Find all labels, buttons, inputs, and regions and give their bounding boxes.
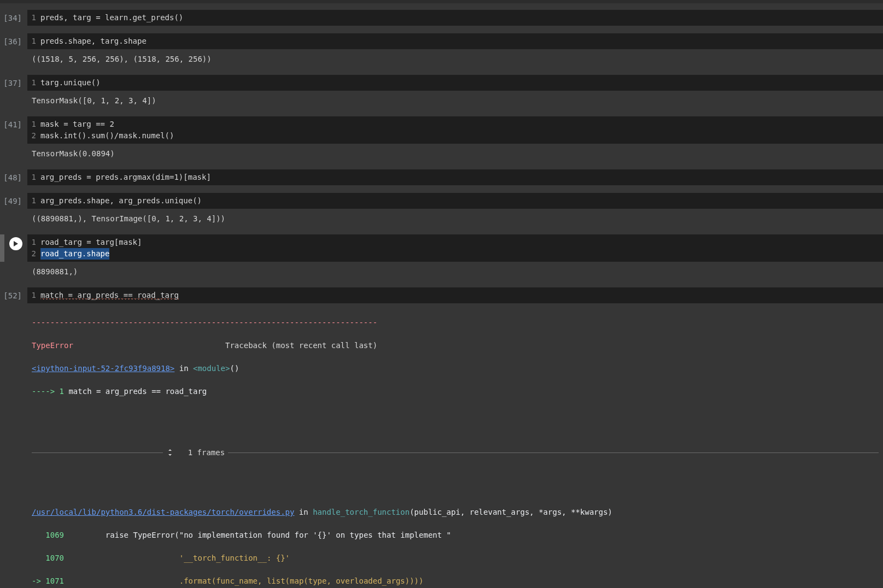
prompt-49: [49]	[0, 193, 27, 207]
run-cell-button[interactable]	[9, 237, 22, 250]
line-number: 2	[27, 130, 40, 142]
squiggle-warning: match = arg_preds == road_targ	[40, 291, 179, 300]
code-text: preds.shape, targ.shape	[40, 36, 147, 47]
ipython-input-link[interactable]: <ipython-input-52-2fc93f9a8918>	[32, 364, 174, 373]
cell-output: ((1518, 5, 256, 256), (1518, 256, 256))	[27, 49, 883, 67]
tb-code: match = arg_preds == road_targ	[68, 387, 207, 396]
play-icon	[13, 241, 19, 246]
tb-lineno: 1069	[32, 531, 64, 539]
line-number: 1	[27, 36, 40, 47]
cell-37: [37] 1targ.unique() TensorMask([0, 1, 2,…	[0, 75, 883, 109]
cell-48: [48] 1arg_preds = preds.argmax(dim=1)[ma…	[0, 169, 883, 185]
unfold-icon	[166, 449, 174, 456]
code-editor[interactable]: 1match = arg_preds == road_targ	[27, 287, 883, 303]
tb-src: '__torch_function__: {}'	[64, 554, 290, 562]
prompt-34: [34]	[0, 10, 27, 24]
tb-arrow: ----> 1	[32, 387, 68, 396]
tb-lineno: 1070	[32, 554, 64, 562]
line-number: 2	[27, 248, 40, 260]
cell-output: (8890881,)	[27, 262, 883, 280]
cell-34: [34] 1preds, targ = learn.get_preds()	[0, 10, 883, 26]
prompt-36: [36]	[0, 33, 27, 48]
line-number: 1	[27, 290, 40, 301]
code-editor[interactable]: 1arg_preds.shape, arg_preds.unique()	[27, 193, 883, 209]
traceback-divider: ----------------------------------------…	[32, 318, 377, 327]
parens: ()	[230, 364, 239, 373]
error-output: ----------------------------------------…	[27, 303, 883, 588]
tb-src: .format(func_name, list(map(type, overlo…	[64, 577, 423, 585]
line-number: 1	[27, 195, 40, 207]
code-editor[interactable]: 1arg_preds = preds.argmax(dim=1)[mask]	[27, 169, 883, 185]
frames-toggle-row: 1 frames	[32, 426, 879, 479]
module-label: <module>	[193, 364, 230, 373]
line-number: 1	[27, 237, 40, 248]
cell-49: [49] 1arg_preds.shape, arg_preds.unique(…	[0, 193, 883, 227]
code-text-selected: road_targ.shape	[40, 248, 109, 260]
line-number: 1	[27, 119, 40, 130]
prompt-52: [52]	[0, 287, 27, 302]
active-cell-gutter	[0, 234, 4, 262]
code-editor[interactable]: 1mask = targ == 2 2mask.int().sum()/mask…	[27, 116, 883, 144]
cell-41: [41] 1mask = targ == 2 2mask.int().sum()…	[0, 116, 883, 162]
code-text: mask = targ == 2	[40, 119, 114, 130]
source-file-link[interactable]: /usr/local/lib/python3.6/dist-packages/t…	[32, 508, 294, 516]
code-text: match = arg_preds == road_targ	[40, 290, 179, 301]
error-name: TypeError	[32, 341, 73, 350]
in-label: in	[174, 364, 193, 373]
cell-52: [52] 1match = arg_preds == road_targ ---…	[0, 287, 883, 588]
line-number: 1	[27, 77, 40, 89]
expand-frames-button[interactable]	[166, 426, 185, 479]
code-text: arg_preds = preds.argmax(dim=1)[mask]	[40, 172, 211, 183]
frames-count: 1 frames	[188, 447, 225, 458]
prompt-48: [48]	[0, 169, 27, 184]
in-label: in	[294, 508, 313, 516]
func-name: handle_torch_function	[313, 508, 410, 516]
cell-active: 1road_targ = targ[mask] 2road_targ.shape…	[0, 234, 883, 280]
cell-output: TensorMask(0.0894)	[27, 144, 883, 162]
code-text: road_targ = targ[mask]	[40, 237, 142, 248]
line-number: 1	[27, 12, 40, 23]
line-number: 1	[27, 172, 40, 183]
frames-line	[228, 452, 879, 453]
prompt-37: [37]	[0, 75, 27, 89]
code-text: arg_preds.shape, arg_preds.unique()	[40, 195, 202, 207]
code-editor[interactable]: 1preds, targ = learn.get_preds()	[27, 10, 883, 26]
cell-36: [36] 1preds.shape, targ.shape ((1518, 5,…	[0, 33, 883, 67]
tb-lineno: -> 1071	[32, 577, 64, 585]
traceback-label: Traceback (most recent call last)	[73, 341, 377, 350]
top-divider	[0, 0, 883, 3]
cell-output: ((8890881,), TensorImage([0, 1, 2, 3, 4]…	[27, 209, 883, 227]
code-text: preds, targ = learn.get_preds()	[40, 12, 183, 23]
code-text: mask.int().sum()/mask.numel()	[40, 130, 174, 142]
tb-src: raise TypeError("no implementation found…	[64, 531, 451, 539]
cell-output: TensorMask([0, 1, 2, 3, 4])	[27, 91, 883, 109]
code-editor[interactable]: 1targ.unique()	[27, 75, 883, 91]
code-editor[interactable]: 1preds.shape, targ.shape	[27, 33, 883, 49]
func-sig: (public_api, relevant_args, *args, **kwa…	[410, 508, 612, 516]
frames-line	[32, 452, 163, 453]
code-editor[interactable]: 1road_targ = targ[mask] 2road_targ.shape	[27, 234, 883, 262]
code-text: targ.unique()	[40, 77, 101, 89]
prompt-41: [41]	[0, 116, 27, 131]
